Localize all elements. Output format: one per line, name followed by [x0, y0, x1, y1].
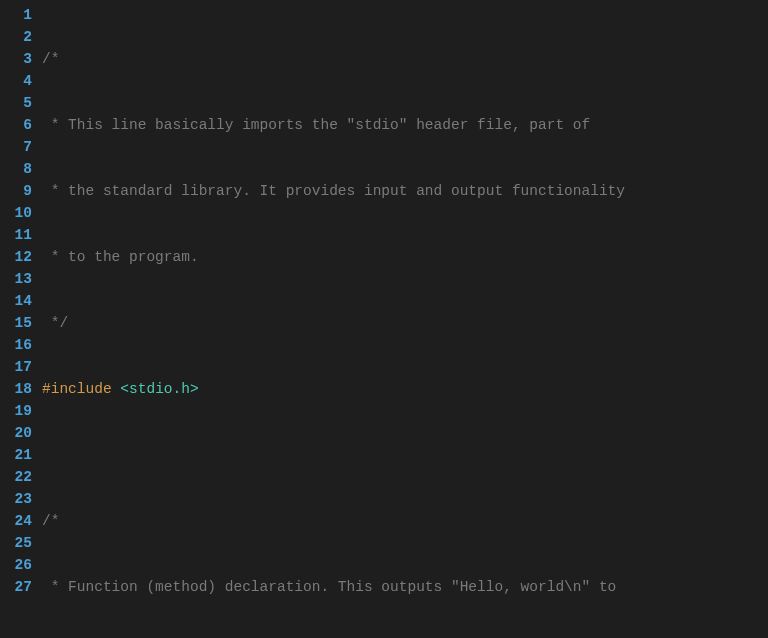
line-number: 24: [0, 510, 32, 532]
code-line[interactable]: #include <stdio.h>: [42, 378, 768, 400]
line-number: 23: [0, 488, 32, 510]
line-number: 1: [0, 4, 32, 26]
line-number: 20: [0, 422, 32, 444]
code-line[interactable]: * Function (method) declaration. This ou…: [42, 576, 768, 598]
line-number: 8: [0, 158, 32, 180]
line-number: 21: [0, 444, 32, 466]
line-number: 11: [0, 224, 32, 246]
line-number: 5: [0, 92, 32, 114]
line-number: 27: [0, 576, 32, 598]
preprocessor-include: #include: [42, 381, 120, 397]
code-content[interactable]: /* * This line basically imports the "st…: [42, 4, 768, 638]
line-number: 6: [0, 114, 32, 136]
code-line[interactable]: /*: [42, 48, 768, 70]
block-comment: /*: [42, 513, 59, 529]
line-number: 18: [0, 378, 32, 400]
line-number: 10: [0, 202, 32, 224]
line-number: 17: [0, 356, 32, 378]
code-line[interactable]: */: [42, 312, 768, 334]
line-number: 2: [0, 26, 32, 48]
line-number: 15: [0, 312, 32, 334]
block-comment: /*: [42, 51, 59, 67]
line-number: 25: [0, 532, 32, 554]
block-comment: * to the program.: [42, 249, 199, 265]
code-line[interactable]: /*: [42, 510, 768, 532]
code-line[interactable]: [42, 444, 768, 466]
line-number: 16: [0, 334, 32, 356]
line-number: 13: [0, 268, 32, 290]
line-number: 9: [0, 180, 32, 202]
line-number: 7: [0, 136, 32, 158]
line-number-gutter: 1 2 3 4 5 6 7 8 9 10 11 12 13 14 15 16 1…: [0, 4, 42, 638]
code-line[interactable]: * This line basically imports the "stdio…: [42, 114, 768, 136]
block-comment: * the standard library. It provides inpu…: [42, 183, 625, 199]
code-line[interactable]: * to the program.: [42, 246, 768, 268]
block-comment: * Function (method) declaration. This ou…: [42, 579, 616, 595]
line-number: 3: [0, 48, 32, 70]
code-line[interactable]: * the standard library. It provides inpu…: [42, 180, 768, 202]
include-path: <stdio.h>: [120, 381, 198, 397]
line-number: 14: [0, 290, 32, 312]
line-number: 4: [0, 70, 32, 92]
line-number: 26: [0, 554, 32, 576]
code-editor[interactable]: 1 2 3 4 5 6 7 8 9 10 11 12 13 14 15 16 1…: [0, 0, 768, 638]
line-number: 12: [0, 246, 32, 268]
block-comment: * This line basically imports the "stdio…: [42, 117, 590, 133]
line-number: 22: [0, 466, 32, 488]
line-number: 19: [0, 400, 32, 422]
block-comment: */: [42, 315, 68, 331]
